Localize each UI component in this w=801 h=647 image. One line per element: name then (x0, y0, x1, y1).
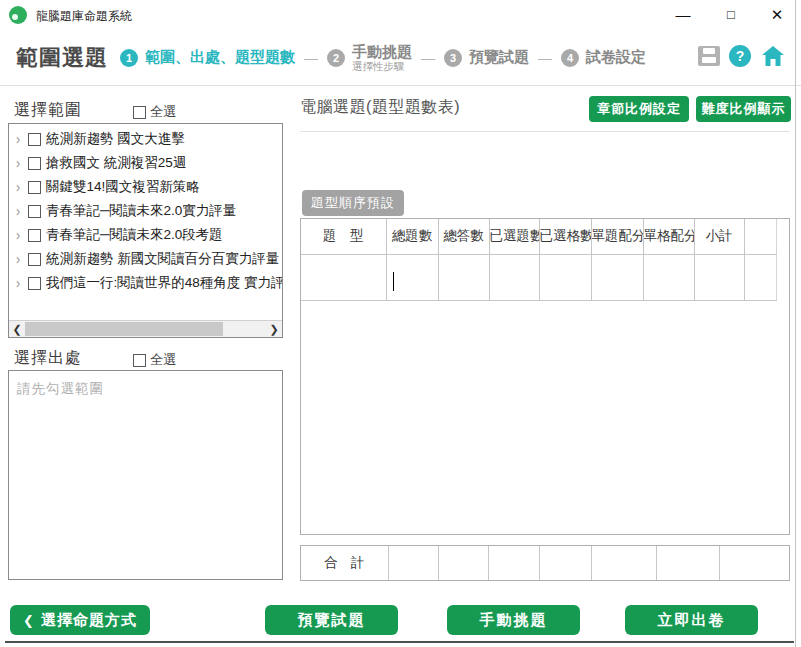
titlebar: 龍騰題庫命題系統 — □ ✕ (0, 0, 801, 30)
tree-item[interactable]: › 青春筆記─閱讀未來2.0實力評量 (13, 199, 282, 223)
step-2-label: 手動挑題 (352, 43, 412, 60)
range-section-label: 選擇範圍 (14, 100, 82, 121)
chevron-left-icon: ❮ (23, 613, 35, 628)
totals-cell (438, 546, 488, 580)
tree-item-checkbox[interactable] (28, 229, 41, 242)
col-header-selected-questions: 已選題數 (489, 219, 539, 254)
tree-item[interactable]: › 我們這一行:閱讀世界的48種角度 實力評量 (13, 271, 282, 295)
back-button-label: 選擇命題方式 (41, 611, 137, 630)
range-select-all[interactable]: 全選 (133, 103, 176, 121)
expand-chevron-icon[interactable]: › (13, 155, 23, 171)
source-list-box: 請先勾選範圍 (8, 370, 283, 580)
tree-item-label: 關鍵雙14!國文複習新策略 (46, 178, 200, 196)
help-icon[interactable]: ? (729, 45, 751, 67)
tree-item[interactable]: › 統測新趨勢 新國文閱讀百分百實力評量 (13, 247, 282, 271)
tree-item-checkbox[interactable] (28, 133, 41, 146)
cell-subtotal[interactable] (694, 254, 744, 300)
scroll-right-icon[interactable]: ❯ (266, 321, 282, 337)
totals-row: 合 計 (301, 546, 789, 580)
range-tree: › 統測新趨勢 國文大進擊 › 搶救國文 統測複習25週 › 關鍵雙14!國文複… (9, 124, 282, 295)
tree-item[interactable]: › 搶救國文 統測複習25週 (13, 151, 282, 175)
expand-chevron-icon[interactable]: › (13, 275, 23, 291)
col-header-points-per-cell: 單格配分 (643, 219, 694, 254)
expand-chevron-icon[interactable]: › (13, 179, 23, 195)
range-select-all-checkbox[interactable] (133, 106, 146, 119)
table-row (301, 254, 776, 300)
step-1-label: 範圍、出處、題型題數 (145, 48, 295, 67)
wizard-steps: 1 範圍、出處、題型題數 — 2 手動挑題 選擇性步驟 — 3 預覽試題 — 4… (120, 30, 646, 85)
source-select-all-label: 全選 (150, 351, 176, 369)
tree-item-label: 我們這一行:閱讀世界的48種角度 實力評量 (46, 274, 282, 292)
source-select-all[interactable]: 全選 (133, 351, 176, 369)
expand-chevron-icon[interactable]: › (13, 251, 23, 267)
scroll-left-icon[interactable]: ❮ (9, 321, 25, 337)
choose-method-back-button[interactable]: ❮ 選擇命題方式 (10, 605, 150, 635)
cell-type[interactable] (301, 254, 386, 300)
text-cursor (393, 272, 394, 291)
source-select-all-checkbox[interactable] (133, 354, 146, 367)
step-dash: — (302, 50, 320, 66)
save-icon[interactable] (698, 46, 720, 66)
totals-table: 合 計 (301, 546, 789, 580)
cell-extra[interactable] (744, 254, 776, 300)
home-icon[interactable] (761, 45, 785, 67)
question-order-badge[interactable]: 題型順序預設 (302, 190, 404, 216)
tree-item-checkbox[interactable] (28, 205, 41, 218)
cell-total-questions[interactable] (386, 254, 438, 300)
step-3-label: 預覽試題 (469, 48, 529, 67)
totals-cell (539, 546, 591, 580)
totals-cell (388, 546, 438, 580)
scrollbar-thumb[interactable] (25, 322, 223, 336)
col-header-total-questions: 總題數 (386, 219, 438, 254)
step-1-badge: 1 (120, 49, 138, 67)
tree-item[interactable]: › 青春筆記─閱讀未來2.0段考題 (13, 223, 282, 247)
expand-chevron-icon[interactable]: › (13, 227, 23, 243)
cell-points-per-question[interactable] (591, 254, 643, 300)
col-header-selected-cells: 已選格數 (539, 219, 591, 254)
step-3-badge: 3 (444, 49, 462, 67)
chapter-ratio-button[interactable]: 章節比例設定 (589, 96, 689, 122)
step-4-badge: 4 (561, 49, 579, 67)
panel-title: 電腦選題(題型題數表) (300, 97, 460, 118)
minimize-button[interactable]: — (668, 4, 698, 26)
manual-pick-button[interactable]: 手動挑題 (447, 605, 580, 635)
step-4-label: 試卷設定 (586, 48, 646, 67)
cell-points-per-cell[interactable] (643, 254, 694, 300)
tree-item[interactable]: › 統測新趨勢 國文大進擊 (13, 127, 282, 151)
source-placeholder: 請先勾選範圍 (9, 371, 282, 407)
expand-chevron-icon[interactable]: › (13, 203, 23, 219)
header-divider (0, 85, 801, 86)
tree-item-checkbox[interactable] (28, 277, 41, 290)
expand-chevron-icon[interactable]: › (13, 131, 23, 147)
difficulty-ratio-button[interactable]: 難度比例顯示 (696, 96, 791, 122)
col-header-type: 題 型 (301, 219, 386, 254)
tree-item-label: 青春筆記─閱讀未來2.0段考題 (46, 226, 223, 244)
step-2-badge: 2 (327, 49, 345, 67)
col-header-subtotal: 小計 (694, 219, 744, 254)
totals-cell (591, 546, 656, 580)
page-title: 範圍選題 (16, 43, 108, 73)
window-title: 龍騰題庫命題系統 (36, 8, 132, 25)
generate-exam-button[interactable]: 立即出卷 (625, 605, 758, 635)
range-tree-box: › 統測新趨勢 國文大進擊 › 搶救國文 統測複習25週 › 關鍵雙14!國文複… (8, 123, 283, 338)
close-button[interactable]: ✕ (762, 4, 792, 26)
tree-item-checkbox[interactable] (28, 181, 41, 194)
cell-selected-cells[interactable] (539, 254, 591, 300)
tree-item-checkbox[interactable] (28, 253, 41, 266)
tree-item-label: 搶救國文 統測複習25週 (46, 154, 186, 172)
scrollbar-track[interactable] (25, 321, 266, 337)
preview-questions-button[interactable]: 預覽試題 (265, 605, 398, 635)
totals-cell (488, 546, 539, 580)
cell-total-answers[interactable] (438, 254, 489, 300)
horizontal-scrollbar[interactable]: ❮ ❯ (9, 320, 282, 337)
step-dash: — (536, 50, 554, 66)
maximize-button[interactable]: □ (716, 4, 746, 26)
tree-item-checkbox[interactable] (28, 157, 41, 170)
step-dash: — (419, 50, 437, 66)
tree-item-label: 青春筆記─閱讀未來2.0實力評量 (46, 202, 236, 220)
totals-cell (656, 546, 719, 580)
source-section-label: 選擇出處 (14, 348, 82, 369)
tree-item[interactable]: › 關鍵雙14!國文複習新策略 (13, 175, 282, 199)
cell-selected-questions[interactable] (489, 254, 539, 300)
question-type-table-box: 題 型 總題數 總答數 已選題數 已選格數 單題配分 單格配分 小計 (300, 218, 790, 535)
